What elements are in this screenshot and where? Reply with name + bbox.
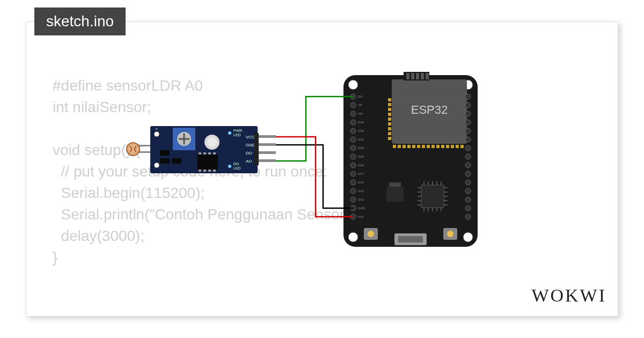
- svg-rect-128: [208, 170, 211, 172]
- svg-point-116: [127, 143, 140, 156]
- circuit-diagram: ESP32 ENVPVN: [123, 70, 499, 252]
- svg-point-54: [465, 120, 471, 125]
- svg-text:VIN: VIN: [358, 215, 363, 218]
- svg-point-62: [465, 188, 471, 194]
- svg-rect-22: [441, 145, 444, 148]
- svg-rect-145: [258, 135, 276, 138]
- svg-rect-23: [446, 145, 449, 148]
- svg-rect-148: [258, 159, 276, 162]
- svg-rect-9: [416, 73, 419, 79]
- svg-point-38: [350, 111, 356, 116]
- svg-point-1: [348, 80, 358, 90]
- svg-text:D34: D34: [358, 121, 364, 124]
- svg-text:D14: D14: [358, 181, 364, 184]
- svg-point-55: [465, 128, 471, 134]
- svg-point-39: [350, 120, 356, 125]
- svg-point-63: [465, 197, 471, 202]
- svg-rect-12: [393, 145, 396, 148]
- svg-text:EN: EN: [358, 95, 362, 98]
- svg-rect-32: [388, 113, 391, 116]
- svg-rect-149: [254, 133, 259, 165]
- svg-rect-20: [431, 145, 435, 148]
- svg-point-113: [154, 163, 159, 168]
- svg-rect-124: [208, 152, 211, 155]
- svg-point-37: [350, 102, 356, 108]
- svg-rect-33: [388, 108, 391, 111]
- svg-rect-21: [436, 145, 440, 148]
- svg-rect-27: [388, 137, 391, 140]
- svg-point-60: [465, 171, 471, 177]
- svg-point-57: [465, 145, 471, 151]
- svg-rect-24: [451, 145, 454, 148]
- wire-vcc-red: [276, 137, 353, 217]
- wire-ao-green: [276, 97, 353, 161]
- svg-point-48: [350, 197, 356, 202]
- esp32-label: ESP32: [411, 103, 448, 116]
- svg-rect-34: [388, 103, 391, 106]
- svg-text:VN: VN: [358, 112, 362, 115]
- svg-text:D25: D25: [358, 155, 364, 158]
- svg-point-59: [465, 163, 471, 168]
- svg-text:LED: LED: [233, 133, 241, 137]
- svg-point-131: [207, 137, 217, 147]
- svg-text:D33: D33: [358, 146, 364, 150]
- svg-text:D26: D26: [358, 164, 364, 167]
- svg-point-111: [154, 131, 159, 137]
- svg-rect-10: [421, 73, 424, 79]
- svg-point-107: [368, 231, 374, 237]
- svg-point-58: [465, 154, 471, 159]
- svg-rect-126: [199, 170, 201, 172]
- svg-rect-35: [388, 98, 391, 101]
- svg-rect-105: [398, 236, 423, 243]
- svg-point-45: [350, 171, 356, 177]
- svg-rect-30: [388, 122, 391, 126]
- svg-rect-7: [406, 73, 409, 79]
- ldr-module: + PWR LED DO: [127, 126, 276, 173]
- svg-rect-133: [172, 158, 181, 164]
- svg-rect-122: [199, 152, 201, 155]
- svg-rect-121: [197, 155, 218, 170]
- svg-text:+: +: [155, 127, 158, 131]
- svg-point-61: [465, 180, 471, 185]
- svg-point-46: [350, 180, 356, 185]
- svg-point-43: [350, 154, 356, 159]
- svg-text:VP: VP: [358, 104, 362, 107]
- svg-rect-28: [388, 132, 391, 135]
- svg-rect-16: [412, 145, 415, 148]
- svg-rect-81: [421, 185, 444, 208]
- svg-text:D13: D13: [358, 198, 364, 201]
- svg-point-52: [465, 102, 471, 108]
- svg-text:AO: AO: [246, 159, 252, 164]
- svg-rect-129: [213, 170, 216, 172]
- svg-rect-123: [203, 152, 206, 155]
- svg-rect-25: [456, 145, 459, 148]
- svg-rect-102: [386, 187, 404, 202]
- code-line: }: [53, 249, 57, 266]
- svg-point-44: [350, 163, 356, 168]
- svg-point-56: [465, 137, 471, 142]
- svg-point-136: [228, 165, 231, 168]
- svg-rect-18: [422, 145, 425, 148]
- esp32-board: ESP32 ENVPVN: [343, 72, 478, 247]
- svg-text:DO: DO: [246, 151, 252, 156]
- svg-point-4: [463, 232, 473, 242]
- svg-rect-13: [398, 145, 401, 148]
- svg-rect-127: [203, 170, 206, 172]
- svg-point-3: [348, 232, 358, 242]
- svg-rect-134: [160, 150, 170, 156]
- svg-text:D35: D35: [358, 129, 364, 133]
- svg-rect-146: [258, 143, 276, 146]
- svg-text:D27: D27: [358, 172, 364, 175]
- svg-rect-103: [389, 182, 401, 187]
- svg-text:DO: DO: [233, 162, 239, 166]
- svg-text:GND: GND: [246, 143, 255, 148]
- svg-rect-125: [213, 152, 216, 155]
- svg-rect-17: [417, 145, 420, 148]
- svg-rect-15: [407, 145, 411, 148]
- svg-rect-132: [160, 158, 170, 164]
- file-tab[interactable]: sketch.ino: [34, 8, 126, 35]
- svg-rect-147: [258, 151, 276, 154]
- svg-point-53: [465, 111, 471, 116]
- svg-rect-19: [427, 145, 430, 148]
- svg-rect-14: [402, 145, 406, 148]
